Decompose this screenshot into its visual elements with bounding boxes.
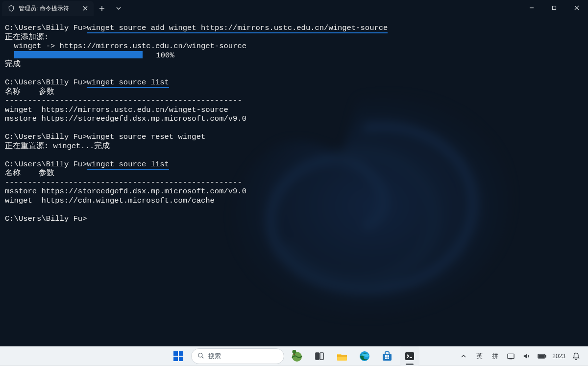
notifications-button[interactable] [570, 346, 581, 366]
window-controls [520, 0, 588, 16]
active-indicator [406, 364, 414, 365]
svg-rect-1 [173, 351, 178, 356]
svg-rect-0 [553, 6, 556, 10]
minimize-button[interactable] [520, 0, 543, 16]
cmd-source-list-1: winget source list [87, 78, 169, 88]
maximize-button[interactable] [543, 0, 565, 16]
svg-rect-11 [337, 355, 347, 357]
list-header: 名称 参数 [5, 87, 54, 96]
terminal-app-icon[interactable] [400, 346, 419, 366]
svg-rect-2 [179, 351, 183, 356]
terminal-output[interactable]: C:\Users\Billy Fu>winget source add wing… [0, 16, 588, 228]
start-button[interactable] [169, 346, 188, 366]
msg-adding-line: winget -> https://mirrors.ustc.edu.cn/wi… [5, 42, 246, 51]
system-tray: 英 拼 2023 [458, 346, 588, 366]
taskbar-center: 搜索 [169, 346, 419, 366]
list-row: msstore https://storeedgefd.dsx.mp.micro… [5, 187, 246, 196]
tab-title: 管理员: 命令提示符 [19, 4, 69, 13]
msg-resetting: 正在重置源: winget...完成 [5, 142, 110, 151]
taskbar: 搜索 [0, 346, 588, 366]
microsoft-store-icon[interactable] [377, 346, 397, 366]
prompt: C:\Users\Billy Fu> [5, 132, 87, 141]
volume-icon[interactable] [521, 346, 532, 366]
msg-done: 完成 [5, 60, 21, 69]
tab-admin-cmd[interactable]: 管理员: 命令提示符 [2, 1, 94, 16]
svg-rect-10 [320, 353, 323, 360]
new-tab-button[interactable] [94, 1, 110, 16]
prompt: C:\Users\Billy Fu> [5, 24, 87, 32]
cmd-source-reset: winget source reset winget [87, 132, 205, 141]
svg-point-8 [293, 350, 296, 354]
svg-rect-22 [539, 355, 544, 358]
taskbar-search[interactable]: 搜索 [191, 348, 284, 364]
search-icon [197, 352, 204, 361]
list-row: winget https://mirrors.ustc.edu.cn/winge… [5, 105, 228, 114]
prompt: C:\Users\Billy Fu> [5, 160, 87, 169]
list-row: msstore https://storeedgefd.dsx.mp.micro… [5, 114, 246, 123]
edge-browser-icon[interactable] [355, 346, 374, 366]
shield-icon [8, 5, 15, 12]
prompt: C:\Users\Billy Fu> [5, 214, 87, 223]
tab-close-icon[interactable] [82, 5, 89, 12]
quick-settings-button[interactable] [505, 346, 516, 366]
close-button[interactable] [565, 0, 588, 16]
svg-rect-9 [316, 353, 319, 360]
task-view-button[interactable] [310, 346, 329, 366]
cmd-source-list-2: winget source list [87, 160, 169, 170]
tab-dropdown-button[interactable] [110, 1, 127, 16]
terminal-window: 管理员: 命令提示符 C:\Users\Billy Fu>winget sour… [0, 0, 588, 346]
list-header: 名称 参数 [5, 169, 54, 178]
svg-rect-17 [388, 358, 390, 360]
svg-point-5 [198, 353, 202, 357]
svg-rect-19 [508, 354, 514, 358]
cmd-source-add: winget source add winget https://mirrors… [87, 24, 388, 33]
ime-language[interactable]: 英 [474, 346, 485, 366]
tray-overflow-button[interactable] [458, 346, 469, 366]
svg-rect-13 [383, 354, 392, 361]
prompt: C:\Users\Billy Fu> [5, 78, 87, 87]
progress-bar [14, 51, 143, 58]
list-separator: ----------------------------------------… [5, 178, 242, 187]
list-row: winget https://cdn.winget.microsoft.com/… [5, 196, 215, 205]
search-placeholder: 搜索 [208, 352, 221, 361]
svg-rect-15 [388, 355, 390, 357]
ime-mode[interactable]: 拼 [490, 346, 500, 366]
svg-rect-18 [405, 352, 414, 360]
svg-rect-3 [173, 357, 178, 361]
file-explorer-icon[interactable] [332, 346, 352, 366]
progress-percent: 100% [156, 51, 174, 60]
battery-icon[interactable] [537, 346, 547, 366]
msg-adding-source: 正在添加源: [5, 33, 49, 42]
svg-rect-4 [179, 357, 183, 361]
list-separator: ----------------------------------------… [5, 96, 242, 105]
svg-rect-21 [545, 355, 546, 357]
clock-year[interactable]: 2023 [552, 346, 565, 366]
taskbar-widget-icon[interactable] [287, 346, 307, 366]
svg-rect-16 [385, 358, 387, 360]
titlebar: 管理员: 命令提示符 [0, 0, 588, 16]
svg-rect-14 [385, 355, 387, 357]
